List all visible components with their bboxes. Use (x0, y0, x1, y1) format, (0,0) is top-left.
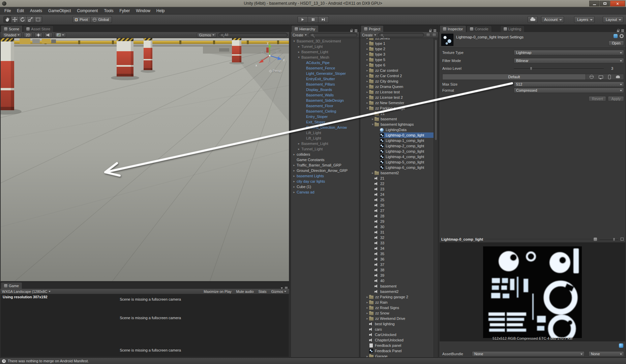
project-item[interactable]: 21 (360, 176, 434, 181)
hierarchy-item[interactable]: ▸ Tunnel_Light (291, 146, 359, 152)
project-item[interactable]: 34 (360, 246, 434, 251)
project-item[interactable]: ▸ type 1 (360, 41, 434, 46)
slider-thumb[interactable] (613, 238, 615, 241)
expand-arrow-icon[interactable]: ▸ (365, 305, 369, 310)
project-item[interactable]: ▸ zz Snow (360, 310, 434, 316)
project-item[interactable]: ▸ zz New Semester (360, 100, 434, 105)
project-item[interactable]: ▸ zz Car control (360, 68, 434, 73)
panel-menu-icon[interactable] (285, 288, 288, 289)
hierarchy-item[interactable]: Lift_Light (291, 135, 359, 141)
project-item[interactable]: basement2 (360, 289, 434, 294)
tab-inspector[interactable]: Inspector (440, 25, 466, 32)
menu-item[interactable]: Edit (14, 7, 27, 14)
expand-arrow-icon[interactable]: ▸ (292, 152, 296, 157)
expand-arrow-icon[interactable]: ▸ (292, 189, 296, 195)
tab-asset-store[interactable]: Asset Store (23, 26, 54, 32)
project-item[interactable]: 27 (360, 208, 434, 213)
tab-lighting[interactable]: Lighting (500, 26, 525, 32)
format-dropdown[interactable]: Compressed (514, 88, 624, 93)
project-item[interactable]: ▸ 21 (360, 111, 434, 116)
gizmos-dropdown[interactable]: Gizmos (197, 33, 216, 37)
mute-audio-toggle[interactable]: Mute audio (235, 290, 255, 294)
open-button[interactable]: Open (608, 40, 624, 46)
hierarchy-item[interactable]: ▾ Basement_Mesh (291, 55, 359, 60)
aspect-ratio-dropdown[interactable]: WXGA Landscape (1280x8C (2, 290, 51, 294)
expand-arrow-icon[interactable]: ▸ (365, 46, 369, 52)
expand-arrow-icon[interactable]: ▸ (365, 100, 369, 105)
revert-button[interactable]: Revert (589, 96, 606, 101)
expand-arrow-icon[interactable]: ▸ (365, 300, 369, 305)
project-item[interactable]: ▸ zz License test (360, 89, 434, 95)
tab-scene[interactable]: Scene (1, 25, 23, 32)
game-gizmos-dropdown[interactable]: Gizmos (270, 290, 288, 294)
expand-arrow-icon[interactable]: ▸ (365, 52, 369, 57)
project-item[interactable]: cars (360, 327, 434, 332)
hierarchy-item[interactable]: ▸ colliders (291, 152, 359, 157)
layout-dropdown[interactable]: Layout (603, 16, 623, 23)
expand-arrow-icon[interactable]: ▸ (365, 79, 369, 84)
preview-header[interactable]: Lightmap-0_comp_light (439, 236, 626, 242)
expand-arrow-icon[interactable]: ▸ (365, 73, 369, 79)
scene-viewport[interactable]: y x z Persp (1, 38, 289, 281)
texture-type-dropdown[interactable]: Lightmap (514, 50, 624, 55)
expand-arrow-icon[interactable]: ▸ (365, 84, 369, 89)
hierarchy-search-input[interactable] (309, 33, 357, 37)
tab-game[interactable]: Game (1, 282, 22, 289)
hierarchy-item[interactable]: ▸ Tunnel_Light (291, 44, 359, 49)
project-item[interactable]: ▸ 22Series (360, 38, 434, 41)
expand-arrow-icon[interactable]: ▸ (292, 168, 296, 173)
apply-button[interactable]: Apply (608, 96, 624, 101)
hierarchy-item[interactable]: Basement_Fence (291, 65, 359, 71)
preview-rgb-icon[interactable] (594, 238, 597, 241)
project-item[interactable]: Lightmap-1_comp_light (360, 138, 434, 143)
project-item[interactable]: LightingData (360, 127, 434, 132)
project-item[interactable]: ▸ basement2 (360, 170, 434, 176)
expand-arrow-icon[interactable]: ▸ (365, 354, 369, 357)
hierarchy-item[interactable]: ▸ city day car lights (291, 179, 359, 184)
expand-arrow-icon[interactable]: ▸ (292, 162, 296, 168)
project-item[interactable]: 33 (360, 240, 434, 246)
project-search-input[interactable] (378, 33, 424, 37)
panel-menu-icon[interactable] (355, 30, 357, 31)
2d-toggle[interactable]: 2D (24, 33, 32, 37)
menu-item[interactable]: Help (153, 7, 168, 14)
rect-tool-button[interactable] (34, 16, 42, 23)
platform-web-icon[interactable] (590, 75, 594, 79)
expand-arrow-icon[interactable]: ▸ (297, 49, 301, 55)
project-item[interactable]: 28 (360, 213, 434, 219)
hierarchy-item[interactable]: Game Constants (291, 157, 359, 162)
project-item[interactable]: 32 (360, 235, 434, 240)
game-viewport[interactable]: Using resolution 307x192 Scene is missin… (1, 294, 289, 357)
platform-android-icon[interactable] (616, 75, 620, 78)
project-item[interactable]: ChapterUnlocked (360, 337, 434, 343)
account-dropdown[interactable]: Account (541, 16, 564, 23)
project-item[interactable]: Lightmap-0_comp_light (360, 132, 434, 138)
project-item[interactable]: ▸ Garage (360, 354, 434, 357)
pause-button[interactable] (308, 16, 318, 23)
project-item[interactable]: ▸ zz Drama Queen (360, 84, 434, 89)
minimize-button[interactable] (589, 1, 599, 6)
project-item[interactable]: 39 (360, 273, 434, 278)
project-item[interactable]: 24 (360, 192, 434, 197)
menu-item[interactable]: Tools (101, 7, 116, 14)
hierarchy-item[interactable]: ▸ basement Lights (291, 173, 359, 179)
stats-toggle[interactable]: Stats (257, 290, 268, 294)
project-item[interactable]: Lightmap-5_comp_light (360, 159, 434, 165)
expand-arrow-icon[interactable]: ▸ (365, 57, 369, 62)
project-item[interactable]: ▸ type 6 (360, 62, 434, 68)
project-scrollbar[interactable] (434, 38, 438, 357)
slider-thumb[interactable] (530, 67, 532, 70)
scrollbar-thumb[interactable] (435, 39, 437, 141)
expand-arrow-icon[interactable]: ▸ (371, 111, 375, 116)
expand-arrow-icon[interactable]: ▾ (297, 55, 301, 60)
project-item[interactable]: 38 (360, 267, 434, 273)
tab-project[interactable]: Project (361, 25, 384, 32)
expand-arrow-icon[interactable]: ▸ (292, 173, 296, 179)
project-item[interactable]: Lightmap-4_comp_light (360, 154, 434, 159)
expand-arrow-icon[interactable]: ▸ (371, 116, 375, 122)
project-item[interactable]: basement (360, 283, 434, 289)
aniso-level-value[interactable]: 3 (606, 66, 624, 70)
expand-arrow-icon[interactable]: ▸ (365, 41, 369, 46)
scene-lighting-toggle[interactable] (34, 33, 42, 37)
hierarchy-item[interactable]: EntryExit_Shutter (291, 76, 359, 82)
